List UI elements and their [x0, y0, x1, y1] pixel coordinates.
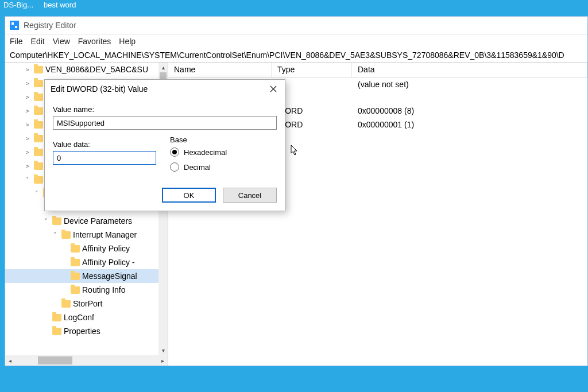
folder-icon: [61, 231, 71, 239]
tree-row[interactable]: Properties: [5, 324, 158, 338]
cancel-button[interactable]: Cancel: [223, 188, 277, 203]
tree-label: Affinity Policy: [82, 244, 130, 253]
menu-help[interactable]: Help: [119, 37, 136, 46]
tree-label: VEN_8086&DEV_5ABC&SU: [45, 65, 148, 74]
chevron-right-icon[interactable]: >: [24, 80, 32, 87]
folder-icon: [34, 149, 43, 156]
col-data-header[interactable]: Data: [352, 63, 587, 77]
folder-icon: [34, 176, 43, 184]
scroll-thumb-h[interactable]: [38, 356, 72, 364]
folder-icon: [34, 135, 43, 142]
address-text: Computer\HKEY_LOCAL_MACHINE\SYSTEM\Curre…: [10, 51, 564, 60]
tree-row[interactable]: ˅Interrupt Manager: [5, 228, 158, 242]
chevron-right-icon[interactable]: >: [24, 121, 32, 129]
window-titlebar[interactable]: Registry Editor: [5, 17, 587, 34]
tree-row[interactable]: >VEN_8086&DEV_5ABC&SU: [5, 63, 158, 76]
radio-hexadecimal-label: Hexadecimal: [184, 148, 227, 157]
close-icon[interactable]: [268, 83, 279, 95]
col-name-header[interactable]: Name: [168, 63, 272, 77]
folder-icon: [52, 314, 61, 321]
folder-icon: [34, 66, 43, 73]
ok-button[interactable]: OK: [162, 188, 216, 203]
chevron-down-icon[interactable]: ˅: [42, 218, 50, 225]
dialog-title: Edit DWORD (32-bit) Value: [51, 84, 148, 94]
tree-row[interactable]: Routing Info: [5, 283, 158, 297]
cell-data: (value not set): [352, 79, 587, 90]
tree-label: LogConf: [64, 313, 94, 322]
folder-icon: [61, 300, 71, 308]
folder-icon: [34, 94, 43, 101]
folder-icon: [52, 328, 61, 335]
scroll-right-icon[interactable]: ▸: [158, 355, 168, 366]
radio-hexadecimal[interactable]: Hexadecimal: [170, 148, 277, 157]
menu-view[interactable]: View: [53, 37, 70, 46]
chevron-down-icon[interactable]: ˅: [51, 231, 59, 239]
value-data-input[interactable]: [53, 151, 156, 165]
tree-label: Interrupt Manager: [73, 230, 137, 239]
cell-data: 0x00000008 (8): [352, 105, 587, 117]
menubar: File Edit View Favorites Help: [5, 34, 587, 48]
tree-row[interactable]: ˅Device Parameters: [5, 214, 158, 228]
value-name-label: Value name:: [53, 105, 277, 114]
tree-label: Affinity Policy -: [82, 258, 135, 267]
chevron-down-icon[interactable]: ˅: [24, 176, 32, 184]
col-type-header[interactable]: Type: [272, 63, 352, 77]
tree-label: Device Parameters: [64, 216, 132, 226]
menu-file[interactable]: File: [10, 37, 23, 46]
folder-icon: [71, 286, 80, 294]
folder-icon: [34, 121, 43, 129]
folder-icon: [71, 259, 80, 266]
tree-label: StorPort: [73, 299, 102, 308]
scroll-up-icon[interactable]: ▴: [158, 63, 168, 72]
folder-icon: [71, 245, 80, 253]
edit-dword-dialog: Edit DWORD (32-bit) Value Value name: Va…: [44, 79, 285, 211]
folder-icon: [34, 162, 43, 170]
radio-dot-icon: [170, 162, 179, 172]
tree-row[interactable]: StorPort: [5, 297, 158, 311]
folder-icon: [52, 218, 61, 225]
dialog-titlebar[interactable]: Edit DWORD (32-bit) Value: [45, 80, 285, 98]
taskbar-item[interactable]: DS-Big...: [3, 1, 33, 11]
scroll-down-icon[interactable]: ▾: [158, 346, 168, 355]
tree-label: MessageSignal: [82, 271, 137, 281]
tree-label: Properties: [64, 327, 100, 336]
radio-decimal[interactable]: Decimal: [170, 162, 277, 172]
chevron-down-icon[interactable]: ˅: [33, 190, 41, 197]
menu-edit[interactable]: Edit: [31, 37, 45, 46]
tree-horizontal-scrollbar[interactable]: ◂ ▸: [5, 355, 168, 366]
folder-icon: [71, 273, 80, 280]
desktop-taskbar: DS-Big... best word: [0, 0, 588, 11]
tree-label: Routing Info: [82, 285, 126, 294]
cell-data: 0x00000001 (1): [352, 119, 587, 130]
radio-decimal-label: Decimal: [184, 163, 211, 172]
folder-icon: [34, 80, 43, 87]
menu-favorites[interactable]: Favorites: [78, 37, 111, 46]
list-header[interactable]: Name Type Data: [168, 63, 587, 77]
radio-dot-icon: [170, 148, 179, 157]
value-data-label: Value data:: [53, 140, 156, 149]
chevron-right-icon[interactable]: >: [24, 149, 32, 156]
folder-icon: [34, 107, 43, 115]
value-name-input[interactable]: [53, 116, 277, 130]
regedit-icon: [10, 21, 19, 30]
taskbar-item[interactable]: best word: [44, 1, 76, 11]
address-bar[interactable]: Computer\HKEY_LOCAL_MACHINE\SYSTEM\Curre…: [5, 48, 587, 63]
window-title: Registry Editor: [24, 21, 76, 30]
scroll-left-icon[interactable]: ◂: [5, 355, 15, 366]
tree-row[interactable]: Affinity Policy: [5, 242, 158, 255]
chevron-right-icon[interactable]: >: [24, 135, 32, 142]
tree-row[interactable]: MessageSignal: [5, 269, 158, 283]
chevron-right-icon[interactable]: >: [24, 94, 32, 101]
chevron-right-icon[interactable]: >: [24, 66, 32, 73]
tree-row[interactable]: LogConf: [5, 311, 158, 324]
tree-row[interactable]: Affinity Policy -: [5, 255, 158, 269]
chevron-right-icon[interactable]: >: [24, 162, 32, 170]
base-group-label: Base: [170, 135, 277, 144]
chevron-right-icon[interactable]: >: [24, 107, 32, 115]
